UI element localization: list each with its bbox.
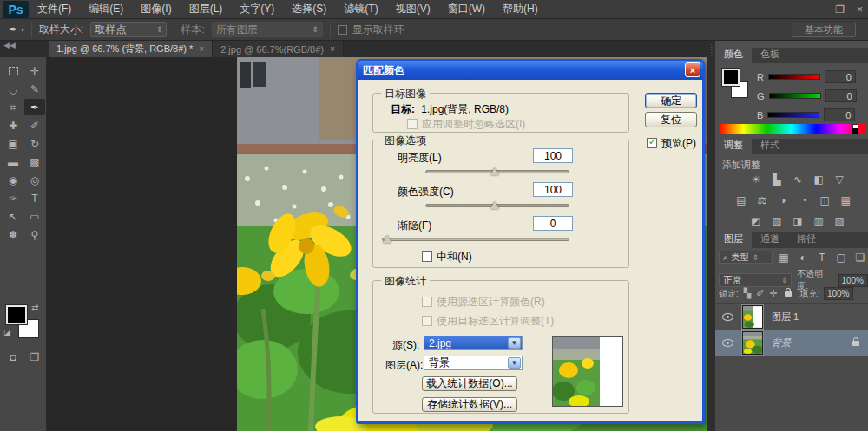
foreground-color-swatch[interactable] <box>6 305 27 324</box>
luminance-input[interactable]: 100 <box>533 148 573 163</box>
eyedropper-preset-icon[interactable]: ✒ <box>9 23 17 36</box>
minimize-button[interactable]: – <box>818 3 824 16</box>
layer-row-background[interactable]: 背景 <box>715 330 868 356</box>
load-statistics-button[interactable]: 载入统计数据(O)... <box>422 376 517 391</box>
filter-shape-layers-icon[interactable]: ▢ <box>835 251 847 264</box>
tab-color[interactable]: 颜色 <box>715 46 752 63</box>
lasso-tool[interactable]: ◡ <box>3 81 23 97</box>
menu-edit[interactable]: 编辑(E) <box>80 0 132 19</box>
restore-button[interactable]: ❐ <box>835 3 845 16</box>
default-colors-icon[interactable]: ◪ <box>3 328 11 336</box>
sample-layers-dropdown[interactable]: 所有图层⇕ <box>212 22 323 37</box>
clone-stamp-tool[interactable]: ▣ <box>3 135 23 152</box>
menu-image[interactable]: 图像(I) <box>132 0 180 19</box>
photo-filter-icon[interactable]: ◔ <box>797 193 812 206</box>
blur-tool[interactable]: ◉ <box>3 172 23 188</box>
close-tab-icon[interactable]: × <box>330 44 335 54</box>
vibrance-icon[interactable]: ▽ <box>832 173 847 186</box>
background-layer-name[interactable]: 背景 <box>772 336 791 349</box>
green-value[interactable]: 0 <box>825 89 857 102</box>
dialog-close-button[interactable]: × <box>685 62 700 77</box>
reset-button[interactable]: 复位 <box>645 112 697 127</box>
menu-window[interactable]: 窗口(W) <box>439 0 494 19</box>
spectrum-black-swatch[interactable] <box>852 128 858 134</box>
red-slider[interactable] <box>768 74 820 80</box>
panel-dock-divider[interactable]: ⋮⋮ <box>707 41 715 431</box>
screen-mode-button[interactable]: ❐ <box>24 349 45 365</box>
menu-file[interactable]: 文件(F) <box>29 0 80 19</box>
collapse-toolbar-icon[interactable]: ◀◀ <box>0 41 49 49</box>
zoom-tool[interactable]: ⚲ <box>24 226 45 243</box>
swap-colors-icon[interactable]: ⇄ <box>31 303 38 312</box>
chevron-down-icon[interactable]: ▼ <box>508 357 521 369</box>
path-select-tool[interactable]: ↖ <box>3 208 23 225</box>
tab-adjustments[interactable]: 调整 <box>715 137 752 154</box>
menu-select[interactable]: 选择(S) <box>283 0 335 19</box>
layers-empty-area[interactable] <box>715 356 868 431</box>
intensity-slider-thumb[interactable] <box>490 201 499 209</box>
lock-all-icon[interactable] <box>785 291 792 297</box>
layer-dropdown[interactable]: 背景 ▼ <box>424 356 523 370</box>
fill-value[interactable]: 100% <box>824 287 853 300</box>
dialog-title-bar[interactable]: 匹配颜色 × <box>358 61 703 80</box>
lock-pixels-icon[interactable]: ✐ <box>756 288 764 299</box>
tab-swatches[interactable]: 色板 <box>752 46 788 63</box>
blue-value[interactable]: 0 <box>824 108 855 121</box>
luminance-slider-thumb[interactable] <box>490 167 499 175</box>
preset-dropdown-arrow-icon[interactable]: ▾ <box>21 26 24 34</box>
history-brush-tool[interactable]: ↻ <box>24 135 45 152</box>
lock-transparency-icon[interactable]: ▚ <box>744 288 751 299</box>
tab-layers[interactable]: 图层 <box>715 231 752 248</box>
eyedropper-tool[interactable]: ✒ <box>24 99 45 115</box>
brightness-contrast-icon[interactable]: ☀ <box>748 173 763 186</box>
source-dropdown[interactable]: 2.jpg ▼ <box>424 336 523 350</box>
crop-tool[interactable]: ⌗ <box>3 99 23 115</box>
gradient-map-icon[interactable]: ▧ <box>832 214 847 227</box>
color-balance-icon[interactable]: ⚖ <box>754 193 769 206</box>
exposure-icon[interactable]: ◧ <box>812 173 826 186</box>
red-value[interactable]: 0 <box>825 70 856 83</box>
marquee-tool[interactable] <box>3 62 23 79</box>
gradient-tool[interactable]: ▩ <box>24 153 45 170</box>
quick-select-tool[interactable]: ✎ <box>24 81 45 97</box>
menu-type[interactable]: 文字(Y) <box>231 0 283 19</box>
blue-slider[interactable] <box>767 112 819 118</box>
blend-mode-dropdown[interactable]: 正常⇕ <box>719 273 792 287</box>
filter-adjustment-layers-icon[interactable]: ◐ <box>797 251 809 264</box>
save-statistics-button[interactable]: 存储统计数据(V)... <box>422 397 517 412</box>
pen-tool[interactable]: ✑ <box>3 190 23 206</box>
type-tool[interactable]: T <box>24 190 45 206</box>
tab-channels[interactable]: 通道 <box>752 231 788 248</box>
levels-icon[interactable]: ▙ <box>769 173 784 186</box>
fade-slider-thumb[interactable] <box>383 235 391 243</box>
hue-saturation-icon[interactable]: ▤ <box>733 193 748 206</box>
layer-1-name[interactable]: 图层 1 <box>772 310 799 323</box>
move-tool[interactable]: ✛ <box>24 62 45 79</box>
workspace-switcher-button[interactable]: 基本功能 <box>792 23 856 37</box>
fade-input[interactable]: 0 <box>533 216 573 231</box>
eraser-tool[interactable]: ▬ <box>3 153 23 170</box>
layer-row-1[interactable]: 图层 1 <box>715 303 868 330</box>
panel-foreground-swatch[interactable] <box>722 69 740 86</box>
filter-type-layers-icon[interactable]: T <box>816 251 828 264</box>
opacity-value[interactable]: 100% <box>838 274 868 287</box>
posterize-icon[interactable]: ▨ <box>769 214 784 227</box>
show-sample-ring-checkbox[interactable] <box>338 25 347 35</box>
filter-pixel-layers-icon[interactable]: ▦ <box>778 251 790 264</box>
color-lookup-icon[interactable]: ▦ <box>838 193 853 206</box>
healing-brush-tool[interactable]: ✚ <box>3 117 23 134</box>
intensity-slider[interactable] <box>425 204 569 207</box>
tab-styles[interactable]: 样式 <box>752 137 788 154</box>
threshold-icon[interactable]: ◨ <box>791 214 806 227</box>
chevron-down-icon[interactable]: ▼ <box>508 337 521 349</box>
hand-tool[interactable]: ✽ <box>3 226 23 243</box>
preview-checkbox[interactable]: ✓ <box>647 138 657 148</box>
close-tab-icon[interactable]: × <box>199 44 204 54</box>
invert-icon[interactable]: ◩ <box>748 214 763 227</box>
sample-size-dropdown[interactable]: 取样点⇕ <box>90 22 167 37</box>
dodge-tool[interactable]: ◎ <box>24 172 45 188</box>
selective-color-icon[interactable]: ▥ <box>812 214 826 227</box>
filter-smart-objects-icon[interactable]: ❏ <box>854 251 866 264</box>
green-slider[interactable] <box>769 93 821 99</box>
color-spectrum-ramp[interactable] <box>719 124 865 134</box>
